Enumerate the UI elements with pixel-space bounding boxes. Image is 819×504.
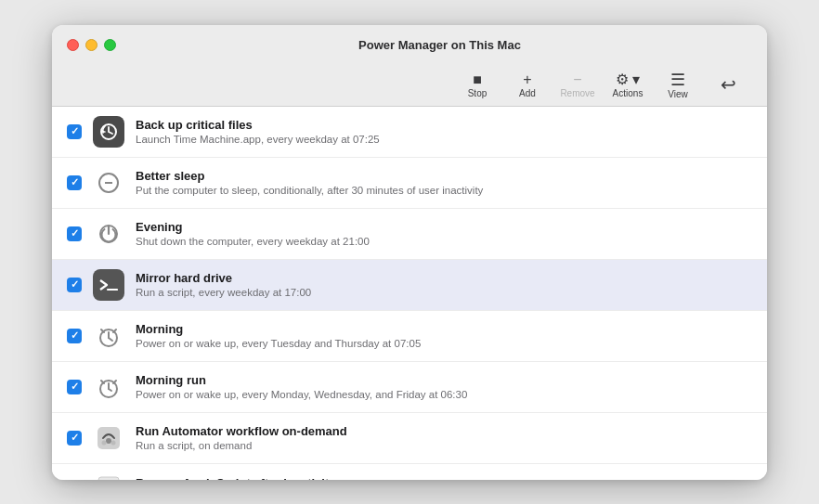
task-checkbox[interactable] [67, 329, 82, 343]
task-row[interactable]: Morning Power on or wake up, every Tuesd… [52, 311, 767, 362]
extra-icon: ↩ [721, 75, 736, 94]
window-title: Power Manager on This Mac [127, 38, 752, 52]
svg-point-19 [111, 440, 116, 445]
extra-button[interactable]: ↩ [704, 67, 752, 104]
minimize-button[interactable] [85, 39, 98, 51]
task-icon [93, 320, 124, 352]
task-row[interactable]: Better sleep Put the computer to sleep, … [52, 158, 767, 209]
task-row[interactable]: Run Automator workflow on-demand Run a s… [52, 413, 767, 464]
task-description: Run a script, on demand [136, 440, 752, 451]
sleep-icon [98, 172, 120, 194]
task-icon [93, 218, 124, 250]
alarm-icon [97, 324, 121, 348]
task-row[interactable]: Back up critical files Launch Time Machi… [52, 107, 767, 158]
task-icon [93, 116, 124, 148]
script-icon [99, 278, 118, 292]
remove-icon: − [573, 72, 581, 87]
task-list: Back up critical files Launch Time Machi… [52, 107, 767, 480]
close-button[interactable] [67, 39, 79, 51]
task-title: Run Automator workflow on-demand [136, 424, 752, 438]
task-description: Run a script, every weekday at 17:00 [136, 287, 752, 298]
task-checkbox[interactable] [67, 278, 82, 292]
task-checkbox[interactable] [67, 380, 82, 394]
stop-label: Stop [468, 89, 488, 98]
task-checkbox[interactable] [67, 431, 82, 446]
task-title: Morning run [136, 373, 752, 387]
task-icon [93, 422, 124, 454]
add-button[interactable]: + Add [503, 67, 552, 104]
task-row[interactable]: Mirror hard drive Run a script, every we… [52, 260, 767, 311]
task-checkbox[interactable] [67, 175, 82, 190]
automator-icon [96, 425, 122, 451]
task-icon [93, 269, 124, 301]
svg-line-13 [109, 389, 111, 391]
task-description: Launch Time Machine.app, every weekday a… [136, 134, 752, 145]
task-description: Power on or wake up, every Tuesday and T… [136, 338, 752, 349]
task-info: Back up critical files Launch Time Machi… [136, 118, 752, 145]
task-row[interactable]: Evening Shut down the computer, every we… [52, 209, 767, 260]
maximize-button[interactable] [104, 39, 116, 51]
view-icon: ☰ [670, 71, 685, 88]
titlebar: Power Manager on This Mac ■ Stop + Add −… [52, 25, 767, 107]
task-title: Evening [136, 220, 752, 234]
task-info: Mirror hard drive Run a script, every we… [136, 271, 752, 298]
actions-icon: ⚙ ▾ [616, 72, 640, 87]
task-icon [93, 167, 124, 199]
view-button[interactable]: ☰ View [654, 67, 702, 104]
add-label: Add [519, 89, 536, 98]
task-info: Run my AppleScript after inactivity Run … [136, 476, 752, 480]
power-icon [98, 223, 120, 245]
task-title: Back up critical files [136, 118, 752, 132]
task-checkbox[interactable] [67, 226, 82, 241]
svg-rect-20 [98, 477, 119, 480]
main-window: Power Manager on This Mac ■ Stop + Add −… [52, 25, 767, 480]
task-info: Morning run Power on or wake up, every M… [136, 373, 752, 400]
svg-line-8 [109, 338, 112, 341]
svg-point-18 [102, 440, 107, 445]
svg-point-17 [106, 438, 111, 444]
actions-button[interactable]: ⚙ ▾ Actions [604, 67, 652, 104]
time-machine-icon [99, 123, 118, 141]
task-title: Mirror hard drive [136, 271, 752, 285]
task-row[interactable]: J Run my AppleScript after inactivity Ru… [52, 464, 767, 480]
task-title: Run my AppleScript after inactivity [136, 476, 752, 480]
task-row[interactable]: Morning run Power on or wake up, every M… [52, 362, 767, 413]
applescript-icon: J [97, 476, 121, 480]
toolbar: ■ Stop + Add − Remove ⚙ ▾ Actions ☰ View… [67, 65, 752, 106]
actions-label: Actions [613, 89, 644, 98]
stop-icon: ■ [473, 72, 482, 87]
alarm2-icon [97, 375, 121, 399]
task-title: Morning [136, 322, 752, 336]
task-info: Evening Shut down the computer, every we… [136, 220, 752, 247]
remove-button[interactable]: − Remove [553, 67, 602, 104]
task-description: Shut down the computer, every weekday at… [136, 236, 752, 247]
traffic-lights [67, 39, 116, 51]
task-checkbox[interactable] [67, 124, 82, 139]
task-info: Better sleep Put the computer to sleep, … [136, 169, 752, 196]
task-icon: J [93, 473, 124, 480]
task-icon [93, 371, 124, 403]
task-description: Power on or wake up, every Monday, Wedne… [136, 389, 752, 400]
task-info: Morning Power on or wake up, every Tuesd… [136, 322, 752, 349]
view-label: View [668, 90, 688, 99]
task-title: Better sleep [136, 169, 752, 183]
task-description: Put the computer to sleep, conditionally… [136, 185, 752, 196]
add-icon: + [523, 72, 531, 87]
remove-label: Remove [560, 89, 594, 98]
stop-button[interactable]: ■ Stop [453, 67, 501, 104]
task-info: Run Automator workflow on-demand Run a s… [136, 424, 752, 451]
